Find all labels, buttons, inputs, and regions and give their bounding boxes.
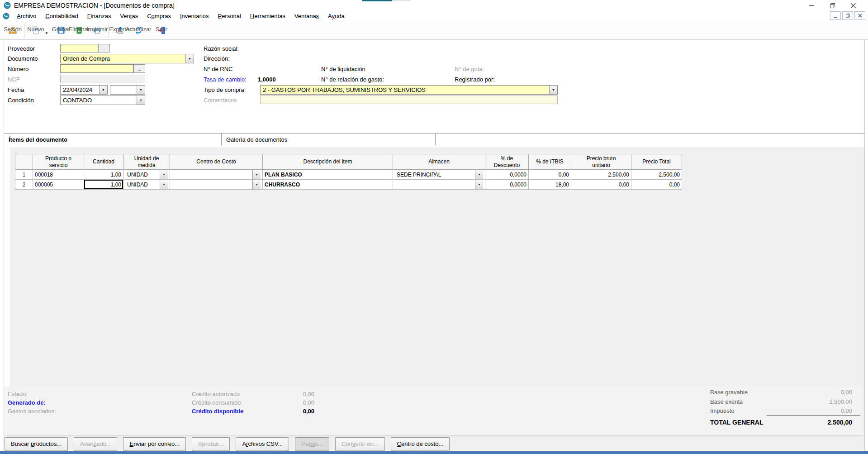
- close-button[interactable]: [843, 0, 863, 11]
- numero-browse-button[interactable]: ...: [133, 64, 145, 73]
- chevron-down-icon[interactable]: ▼: [137, 86, 145, 94]
- cell-descripcion[interactable]: CHURRASCO: [263, 180, 393, 190]
- impuesto-value: 0,00: [783, 407, 852, 414]
- toolbar-separator: [24, 23, 24, 38]
- document-form: Proveedor ... Documento Orden de Compra …: [4, 40, 864, 133]
- column-header-rownum: [15, 154, 33, 170]
- chevron-down-icon[interactable]: ▼: [160, 170, 168, 179]
- cell-precio-total: 2.500,00: [631, 170, 682, 180]
- sesion-button[interactable]: Sesión: [4, 25, 22, 35]
- proveedor-input[interactable]: [60, 44, 98, 53]
- status-area: Estado: Generado de: Gastos asociados: C…: [4, 386, 864, 435]
- chevron-down-icon[interactable]: ▼: [475, 180, 483, 189]
- centro-de-costo-button[interactable]: Centro de costo...: [391, 437, 450, 450]
- row-number[interactable]: 2: [15, 180, 33, 190]
- fecha-hora-select[interactable]: ▼: [110, 85, 145, 95]
- direccion-label: Dirección:: [204, 55, 230, 62]
- tab-galeria-de-documentos[interactable]: Galería de documentos: [222, 134, 436, 145]
- chevron-down-icon[interactable]: ▼: [549, 86, 557, 94]
- tasa-cambio-value: 1,0000: [258, 76, 276, 83]
- menu-personal[interactable]: Personal: [213, 12, 246, 20]
- convertir-en-button: Convertir en...: [335, 437, 385, 450]
- menu-bar: ArchivoContabilidadFinanzasVentasCompras…: [0, 11, 868, 21]
- row-number[interactable]: 1: [15, 170, 33, 180]
- cell-centro-de-costo[interactable]: ▼: [170, 170, 263, 180]
- cell-unidad[interactable]: UNIDAD▼: [123, 170, 170, 180]
- ncf-label: NCF: [8, 76, 20, 83]
- menu-archivo[interactable]: Archivo: [12, 12, 41, 20]
- proveedor-browse-button[interactable]: ...: [98, 44, 110, 53]
- cell-unidad[interactable]: UNIDAD▼: [123, 180, 170, 190]
- menu-compras[interactable]: Compras: [142, 12, 175, 20]
- cell-pct-descuento[interactable]: 0,0000: [485, 180, 529, 190]
- imprimir-button[interactable]: Imprimir: [88, 25, 106, 35]
- generado-de-label[interactable]: Generado de:: [8, 399, 46, 406]
- chevron-down-icon[interactable]: ▼: [475, 170, 483, 179]
- chevron-down-icon[interactable]: ▼: [185, 54, 194, 63]
- comentarios-input[interactable]: [260, 96, 558, 104]
- total-general-label: TOTAL GENERAL: [710, 419, 763, 426]
- archivos-csv-button[interactable]: Archivos CSV...: [236, 437, 289, 450]
- fecha-select[interactable]: 22/04/2024 ▼: [60, 85, 108, 95]
- menu-ayuda[interactable]: Ayuda: [323, 12, 349, 20]
- salir-button[interactable]: Salir: [152, 25, 171, 35]
- registrado-por-label: Registrado por:: [455, 76, 495, 83]
- cell-pct-descuento[interactable]: 0,0000: [485, 170, 529, 180]
- cell-descripcion[interactable]: PLAN BASICO: [263, 170, 393, 180]
- chevron-down-icon[interactable]: ▼: [252, 180, 261, 189]
- condicion-select[interactable]: CONTADO ▼: [60, 96, 145, 105]
- minimize-button[interactable]: [801, 0, 822, 11]
- relacion-gasto-label: N° de relación de gasto:: [321, 76, 384, 83]
- mdi-restore-button[interactable]: [842, 11, 853, 20]
- restore-button[interactable]: [822, 0, 843, 11]
- cell-pct-itbis[interactable]: 0,00: [529, 170, 571, 180]
- mdi-window-controls: [830, 11, 865, 20]
- ncf-input: [60, 75, 145, 83]
- tipo-compra-select[interactable]: 2 - GASTOS POR TRABAJOS, SUMINISTROS Y S…: [260, 85, 558, 95]
- impuesto-label: Impuesto: [710, 407, 734, 414]
- cell-pct-itbis[interactable]: 18,00: [529, 180, 571, 190]
- chevron-down-icon[interactable]: ▼: [252, 170, 261, 179]
- menu-inventarios[interactable]: Inventarios: [175, 12, 213, 20]
- menu-ventanas[interactable]: Ventanas: [290, 12, 323, 20]
- eliminar-button[interactable]: Eliminar: [70, 25, 88, 35]
- items-grid-panel: Producto o servicioCantidadUnidad de med…: [10, 147, 864, 386]
- base-gravable-label: Base gravable: [710, 389, 748, 396]
- cell-cantidad[interactable]: 1,00: [84, 180, 123, 190]
- menu-herramientas[interactable]: Herramientas: [246, 12, 290, 20]
- grabar-button[interactable]: Grabar: [52, 25, 70, 35]
- chevron-down-icon[interactable]: ▼: [99, 86, 107, 94]
- avanzado-button: Avanzado...: [74, 437, 117, 450]
- cell-producto[interactable]: 000018: [33, 170, 84, 180]
- cell-producto[interactable]: 000005: [33, 180, 84, 190]
- new-dropdown-caret-icon[interactable]: ▼: [45, 31, 48, 35]
- numero-input[interactable]: [60, 64, 133, 73]
- top-accent-bar: [362, 0, 392, 1]
- actualizar-button[interactable]: Actualizar: [129, 25, 147, 35]
- documento-select[interactable]: Orden de Compra ▼: [60, 54, 194, 63]
- credito-autorizado-value: 0,00: [253, 391, 314, 397]
- buscar-productos-button[interactable]: Buscar productos...: [5, 437, 68, 450]
- cell-almacen[interactable]: SEDE PRINCIPAL▼: [393, 170, 485, 180]
- column-header-centro: Centro de Costo: [170, 154, 263, 170]
- menu-contabilidad[interactable]: Contabilidad: [41, 12, 82, 20]
- credito-disponible-label[interactable]: Crédito disponible: [192, 408, 243, 415]
- cell-precio-bruto[interactable]: 2.500,00: [571, 170, 631, 180]
- menu-finanzas[interactable]: Finanzas: [83, 12, 116, 20]
- cell-precio-bruto[interactable]: 0,00: [571, 180, 631, 190]
- column-header-pct-descuento: % de Descuento: [485, 154, 529, 170]
- cell-cantidad[interactable]: 1,00: [84, 170, 123, 180]
- cell-almacen[interactable]: ▼: [393, 180, 485, 190]
- chevron-down-icon[interactable]: ▼: [137, 96, 145, 105]
- mdi-close-button[interactable]: [854, 11, 865, 20]
- mdi-minimize-button[interactable]: [830, 11, 841, 20]
- tab-items-del-documento[interactable]: Ítems del documento: [4, 134, 222, 145]
- nuevo-button[interactable]: Nuevo: [27, 25, 45, 35]
- enviar-por-correo-button[interactable]: Enviar por correo...: [123, 437, 186, 450]
- menu-ventas[interactable]: Ventas: [115, 12, 142, 20]
- base-exenta-label: Base exenta: [710, 398, 743, 405]
- chevron-down-icon[interactable]: ▼: [160, 180, 168, 189]
- column-header-descripcion: Descripción del item: [263, 154, 393, 170]
- gastos-asociados-label: Gastos asociados:: [8, 408, 56, 415]
- cell-centro-de-costo[interactable]: ▼: [170, 180, 263, 190]
